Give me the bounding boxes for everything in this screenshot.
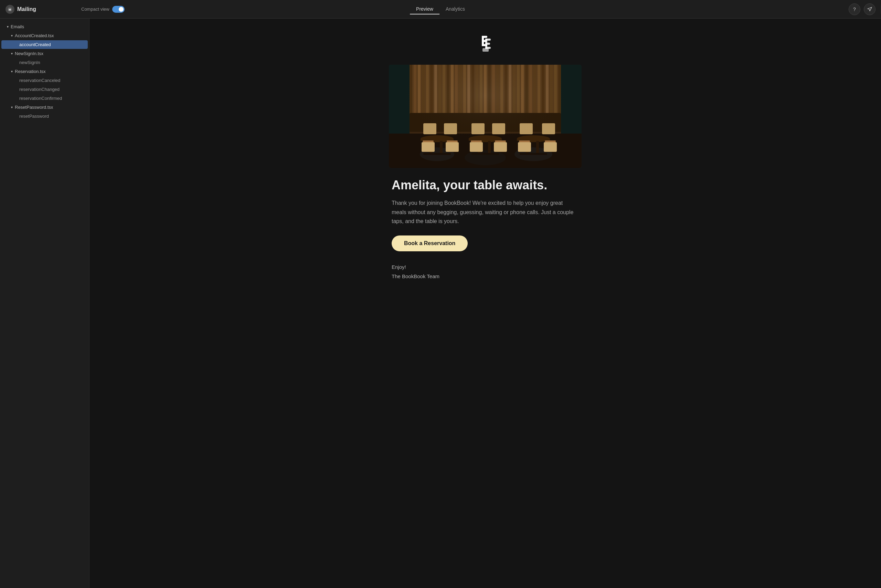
email-footer: Enjoy! The BookBook Team [392,262,579,281]
preview-area: Amelita, your table awaits. Thank you fo… [90,19,881,588]
svg-rect-8 [482,36,487,38]
sidebar-item-reservation-canceled[interactable]: reservationCanceled [1,76,88,85]
topbar-right: ? [849,3,875,15]
svg-rect-13 [485,43,490,45]
send-button[interactable] [864,3,875,15]
sidebar-item-reset-password-tsx[interactable]: ▾ ResetPassword.tsx [1,103,88,111]
sidebar-item-new-signin-tsx[interactable]: ▾ NewSignIn.tsx [1,49,88,58]
sidebar-item-new-signin[interactable]: newSignIn [1,58,88,67]
logo-area: M Mailing [6,5,74,14]
compact-view-label: Compact view [81,6,109,12]
main-layout: ▾ Emails ▾ AccountCreated.tsx accountCre… [0,19,881,588]
chevron-down-icon: ▾ [7,25,9,28]
svg-rect-15 [482,48,489,52]
analytics-tab[interactable]: Analytics [439,4,471,15]
chevron-down-icon: ▾ [11,69,13,74]
chevron-down-icon: ▾ [11,52,13,56]
bookbook-logo [472,32,499,58]
compact-view-area: Compact view [81,6,124,13]
center-nav: Preview Analytics [410,4,471,15]
preview-tab[interactable]: Preview [410,4,439,15]
svg-rect-96 [389,65,581,168]
chevron-down-icon: ▾ [11,105,13,109]
footer-line-2: The BookBook Team [392,272,579,281]
svg-rect-12 [485,39,491,40]
emails-group[interactable]: ▾ Emails [1,22,88,31]
topbar: M Mailing Compact view Preview Analytics… [0,0,881,19]
help-button[interactable]: ? [849,3,860,15]
sidebar-item-account-created[interactable]: accountCreated [1,40,88,49]
sidebar-item-reservation-tsx[interactable]: ▾ Reservation.tsx [1,67,88,76]
logo-icon: M [6,5,15,14]
email-body: Amelita, your table awaits. Thank you fo… [389,178,581,281]
compact-view-toggle[interactable] [112,6,124,13]
svg-text:M: M [9,8,11,11]
sidebar-item-reservation-confirmed[interactable]: reservationConfirmed [1,94,88,103]
sidebar-item-reservation-changed[interactable]: reservationChanged [1,85,88,94]
restaurant-image [389,65,581,168]
app-name: Mailing [17,6,36,12]
book-reservation-button[interactable]: Book a Reservation [392,236,468,251]
chevron-down-icon: ▾ [11,34,13,38]
sidebar: ▾ Emails ▾ AccountCreated.tsx accountCre… [0,19,90,588]
sidebar-item-reset-password[interactable]: resetPassword [1,112,88,120]
email-body-text: Thank you for joining BookBook! We're ex… [392,199,579,226]
sidebar-item-account-created-tsx[interactable]: ▾ AccountCreated.tsx [1,32,88,40]
email-headline: Amelita, your table awaits. [392,178,579,192]
footer-line-1: Enjoy! [392,262,579,272]
email-preview: Amelita, your table awaits. Thank you fo… [389,32,581,281]
